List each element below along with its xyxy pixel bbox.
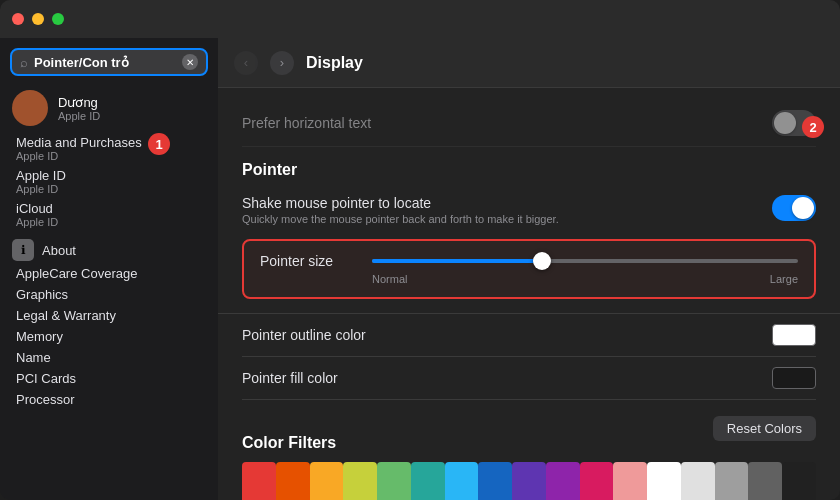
sidebar-item-label: PCI Cards [16,371,202,386]
sidebar-section-about[interactable]: ℹ About [0,231,218,263]
shake-mouse-desc: Quickly move the mouse pointer back and … [242,213,756,225]
user-info: Dương Apple ID [58,95,100,122]
sidebar-item-label: Memory [16,329,202,344]
avatar [12,90,48,126]
sidebar-item-label: Graphics [16,287,202,302]
sidebar-user[interactable]: Dương Apple ID [0,84,218,132]
sidebar-item-name[interactable]: Name [0,347,218,368]
shake-mouse-text: Shake mouse pointer to locate Quickly mo… [242,195,756,225]
sidebar-item-graphics[interactable]: Graphics [0,284,218,305]
crayon-item [411,462,445,500]
crayon-item [512,462,546,500]
shake-mouse-label: Shake mouse pointer to locate [242,195,756,211]
badge-1: 1 [148,133,170,155]
sidebar-item-sublabel: Apple ID [16,216,202,228]
pointer-size-thumb[interactable] [533,252,551,270]
pointer-section-title: Pointer [242,161,816,179]
sidebar-item-label: iCloud [16,201,202,216]
outline-color-label: Pointer outline color [242,327,366,343]
pointer-size-label: Pointer size [260,253,360,269]
fill-color-row: Pointer fill color [242,357,816,400]
user-subtitle: Apple ID [58,110,100,122]
panel-wrapper: 2 ‹ › Display [218,38,840,500]
sidebar-item-memory[interactable]: Memory [0,326,218,347]
sidebar-item-icloud[interactable]: iCloud Apple ID [0,198,218,231]
badge-2: 2 [802,116,824,138]
main-content: 1 ⌕ ✕ Dương Apple ID Media and Purchases… [0,38,840,500]
crayon-item [546,462,580,500]
crayon-item [613,462,647,500]
pointer-size-track [372,259,798,263]
panel-header: ‹ › Display [218,38,840,88]
size-labels: Normal Large [260,273,798,285]
shake-mouse-toggle[interactable] [772,195,816,221]
crayon-item [310,462,344,500]
sidebar-item-sublabel: Apple ID [16,183,202,195]
prefer-horizontal-label: Prefer horizontal text [242,115,371,131]
shake-mouse-row: Shake mouse pointer to locate Quickly mo… [242,189,816,231]
slider-fill [372,259,542,263]
size-label-large: Large [770,273,798,285]
reset-area: Reset Colors [242,400,816,420]
clear-search-icon[interactable]: ✕ [182,54,198,70]
reset-colors-button[interactable]: Reset Colors [713,416,816,441]
sidebar-section-label: About [42,243,76,258]
sidebar-item-media[interactable]: Media and Purchases Apple ID [0,132,218,165]
user-name: Dương [58,95,100,110]
crayons-container [242,462,816,500]
crayon-item [445,462,479,500]
sidebar: 1 ⌕ ✕ Dương Apple ID Media and Purchases… [0,38,218,500]
top-fade-area: Prefer horizontal text [218,88,840,147]
sidebar-item-label: Apple ID [16,168,202,183]
sidebar-item-label: Media and Purchases [16,135,202,150]
sidebar-item-processor[interactable]: Processor [0,389,218,410]
sidebar-item-appleid[interactable]: Apple ID Apple ID [0,165,218,198]
sidebar-item-label: Legal & Warranty [16,308,202,323]
panel-title: Display [306,54,363,72]
sidebar-list: Media and Purchases Apple ID Apple ID Ap… [0,132,218,500]
sidebar-item-legal[interactable]: Legal & Warranty [0,305,218,326]
app-window: 1 ⌕ ✕ Dương Apple ID Media and Purchases… [0,0,840,500]
search-icon: ⌕ [20,55,28,70]
minimize-button[interactable] [32,13,44,25]
close-button[interactable] [12,13,24,25]
back-button[interactable]: ‹ [234,51,258,75]
crayon-item [681,462,715,500]
sidebar-item-sublabel: Apple ID [16,150,202,162]
crayon-item [782,462,816,500]
size-label-normal: Normal [372,273,407,285]
crayon-item [242,462,276,500]
about-icon: ℹ [12,239,34,261]
search-input[interactable] [34,55,176,70]
fill-color-label: Pointer fill color [242,370,338,386]
crayon-item [647,462,681,500]
sidebar-item-pci[interactable]: PCI Cards [0,368,218,389]
outline-color-swatch[interactable] [772,324,816,346]
crayon-item [377,462,411,500]
crayon-item [478,462,512,500]
right-panel: ‹ › Display Prefer horizontal text [218,38,840,500]
search-bar[interactable]: ⌕ ✕ [10,48,208,76]
crayon-item [580,462,614,500]
chevron-right-icon: › [280,55,284,70]
crayon-item [715,462,749,500]
fill-color-swatch[interactable] [772,367,816,389]
chevron-left-icon: ‹ [244,55,248,70]
sidebar-item-label: AppleCare Coverage [16,266,202,281]
sidebar-item-label: Processor [16,392,202,407]
size-row: Pointer size [260,253,798,269]
panel-content: Prefer horizontal text Pointer Shake mou… [218,88,840,500]
forward-button[interactable]: › [270,51,294,75]
sidebar-item-applecare[interactable]: AppleCare Coverage [0,263,218,284]
crayon-item [343,462,377,500]
maximize-button[interactable] [52,13,64,25]
pointer-size-box: Pointer size Normal Large [242,239,816,299]
pointer-section: Pointer Shake mouse pointer to locate Qu… [218,147,840,314]
outline-color-row: Pointer outline color [242,314,816,357]
titlebar [0,0,840,38]
crayon-item [276,462,310,500]
sidebar-item-label: Name [16,350,202,365]
crayon-item [748,462,782,500]
color-settings-area: Pointer outline color Pointer fill color… [218,314,840,420]
prefer-horizontal-row: Prefer horizontal text [242,100,816,147]
